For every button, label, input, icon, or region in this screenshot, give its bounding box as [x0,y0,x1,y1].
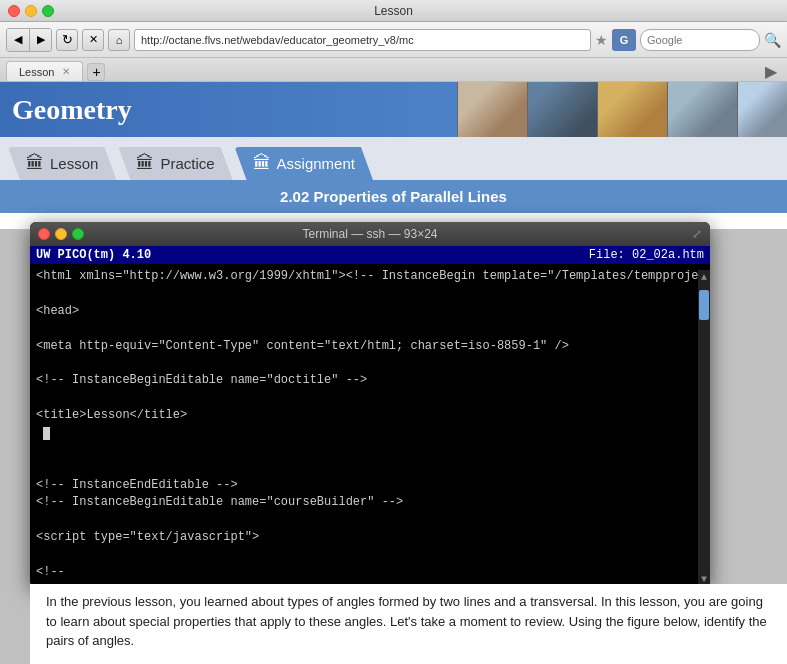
tab-close-icon[interactable]: ✕ [62,66,70,77]
scroll-up-arrow[interactable]: ▲ [701,272,707,283]
search-input[interactable] [640,29,760,51]
terminal-resize-handle[interactable]: ⤢ [692,227,702,241]
header-image-4 [667,82,737,137]
code-area[interactable]: <html xmlns="http://www.w3.org/1999/xhtm… [30,264,710,585]
terminal-window: Terminal — ssh — 93×24 ⤢ UW PICO(tm) 4.1… [30,222,710,587]
code-line-3: <head> [36,303,704,320]
tab-lesson-label: Lesson [50,155,98,172]
tab-lesson[interactable]: 🏛 Lesson [8,147,116,180]
code-line-6 [36,355,704,372]
code-line-11 [36,442,704,459]
home-button[interactable]: ⌂ [108,29,130,51]
code-line-2 [36,285,704,302]
terminal-minimize-button[interactable] [55,228,67,240]
code-line-17 [36,546,704,563]
code-line-16: <script type="text/javascript"> [36,529,704,546]
page-body-bottom: In the previous lesson, you learned abou… [30,584,787,664]
page-header-title: Geometry [12,94,132,126]
webpage: Geometry 🏛 Lesson 🏛 Practice 🏛 Assignme [0,82,787,229]
scrollbar[interactable]: ▲ ▼ [698,270,710,587]
practice-icon: 🏛 [136,153,154,174]
tab-practice[interactable]: 🏛 Practice [118,147,232,180]
reload-button[interactable]: ↻ [56,29,78,51]
terminal-title: Terminal — ssh — 93×24 [302,227,437,241]
tab-practice-label: Practice [160,155,214,172]
window-title: Lesson [374,4,413,18]
maximize-button[interactable] [42,5,54,17]
back-button[interactable]: ◀ [7,29,29,51]
code-line-12 [36,459,704,476]
terminal-close-button[interactable] [38,228,50,240]
header-image-1 [457,82,527,137]
code-line-10 [36,425,704,442]
page-subtitle: 2.02 Properties of Parallel Lines [0,180,787,213]
code-line-7: <!-- InstanceBeginEditable name="doctitl… [36,372,704,389]
forward-button[interactable]: ▶ [29,29,51,51]
close-button[interactable] [8,5,20,17]
assignment-icon: 🏛 [253,153,271,174]
code-line-9: <title>Lesson</title> [36,407,704,424]
tab-assignment-label: Assignment [277,155,355,172]
address-bar[interactable] [134,29,591,51]
code-line-18: <!-- [36,564,704,581]
tab-label: Lesson [19,66,54,78]
header-image-5 [737,82,787,137]
code-line-13: <!-- InstanceEndEditable --> [36,477,704,494]
lesson-icon: 🏛 [26,153,44,174]
code-line-5: <meta http-equiv="Content-Type" content=… [36,338,704,355]
minimize-button[interactable] [25,5,37,17]
code-line-4 [36,320,704,337]
terminal-maximize-button[interactable] [72,228,84,240]
code-line-14: <!-- InstanceBeginEditable name="courseB… [36,494,704,511]
code-line-8 [36,390,704,407]
terminal-body[interactable]: UW PICO(tm) 4.10 File: 02_02a.htm <html … [30,246,710,587]
active-tab[interactable]: Lesson ✕ [6,61,83,81]
pico-version: UW PICO(tm) 4.10 [36,248,151,262]
pico-header: UW PICO(tm) 4.10 File: 02_02a.htm [30,246,710,264]
tab-assignment[interactable]: 🏛 Assignment [235,147,373,180]
code-line-15 [36,511,704,528]
stop-button[interactable]: ✕ [82,29,104,51]
page-body-text: In the previous lesson, you learned abou… [46,594,767,648]
pico-file: File: 02_02a.htm [589,248,704,262]
header-image-2 [527,82,597,137]
new-tab-button[interactable]: + [87,63,105,81]
code-line-1: <html xmlns="http://www.w3.org/1999/xhtm… [36,268,704,285]
tabs-menu-icon[interactable]: ▶ [765,62,781,81]
nav-tabs-bar: 🏛 Lesson 🏛 Practice 🏛 Assignment [0,137,787,180]
search-engine-icon: G [612,29,636,51]
bookmark-icon: ★ [595,32,608,48]
scroll-thumb[interactable] [699,290,709,320]
header-image-3 [597,82,667,137]
search-icon: 🔍 [764,32,781,48]
